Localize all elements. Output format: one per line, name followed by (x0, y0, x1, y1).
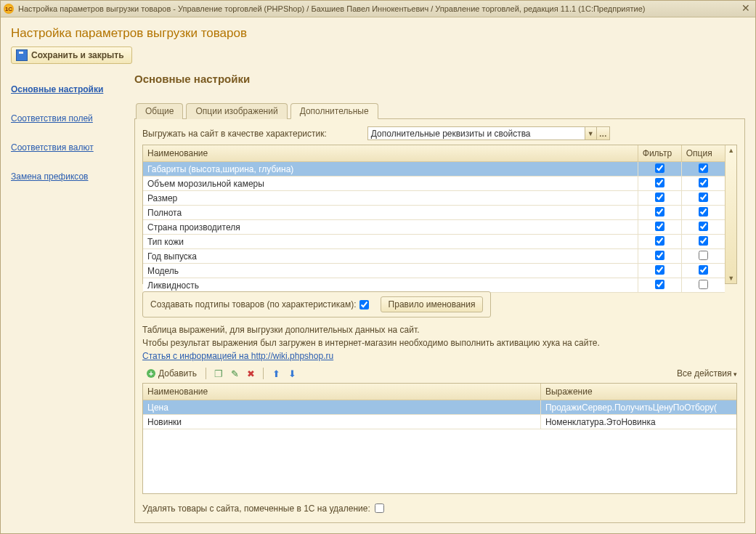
option-checkbox[interactable] (699, 280, 708, 289)
all-actions-menu[interactable]: Все действия (677, 368, 737, 379)
cell-option[interactable] (681, 220, 725, 235)
move-up-icon[interactable]: ⬆ (270, 368, 282, 379)
subtypes-label: Создавать подтипы товаров (по характерис… (150, 299, 357, 310)
filter-checkbox[interactable] (655, 207, 664, 217)
table-row[interactable]: Размер (143, 191, 725, 206)
export-characteristics-select[interactable]: Дополнительные реквизиты и свойства (367, 126, 585, 140)
col-expr-name[interactable]: Наименование (143, 384, 540, 400)
add-button[interactable]: + Добавить (142, 367, 201, 380)
cell-name[interactable]: Размер (143, 191, 638, 206)
filter-checkbox[interactable] (655, 251, 664, 260)
grid-blank-area[interactable] (143, 429, 736, 493)
cell-expr[interactable]: ПродажиСервер.ПолучитьЦенуПоОтбору( (540, 400, 736, 415)
table-row[interactable]: Тип кожи (143, 235, 725, 249)
cell-option[interactable] (681, 191, 725, 206)
tab-image-options[interactable]: Опции изображений (186, 103, 287, 119)
scrollbar[interactable]: ▲ ▼ (725, 145, 736, 283)
option-checkbox[interactable] (699, 178, 708, 187)
cell-name[interactable]: Модель (143, 264, 638, 278)
cell-name[interactable]: Полнота (143, 206, 638, 220)
ellipsis-button[interactable]: … (597, 126, 610, 140)
subtypes-box: Создавать подтипы товаров (по характерис… (142, 291, 491, 317)
table-row[interactable]: Габариты (высота,ширина, глубина) (143, 162, 725, 177)
cell-filter[interactable] (638, 206, 681, 220)
table-row[interactable]: Модель (143, 264, 725, 278)
delete-icon[interactable]: ✖ (245, 368, 256, 379)
col-expr[interactable]: Выражение (540, 384, 736, 400)
filter-checkbox[interactable] (655, 265, 664, 275)
scroll-up-icon[interactable]: ▲ (728, 145, 734, 155)
table-row[interactable]: Страна производителя (143, 220, 725, 235)
content: Настройка параметров выгрузки товаров Со… (1, 17, 755, 533)
copy-icon[interactable]: ❐ (213, 368, 224, 379)
tab-general[interactable]: Общие (136, 103, 183, 119)
option-checkbox[interactable] (699, 222, 708, 231)
filter-checkbox[interactable] (655, 222, 664, 231)
cell-filter[interactable] (638, 191, 681, 206)
cell-option[interactable] (681, 177, 725, 191)
delete-marked-checkbox[interactable] (375, 503, 384, 513)
cell-filter[interactable] (638, 264, 681, 278)
cell-option[interactable] (681, 249, 725, 264)
cell-name[interactable]: Объем морозильной камеры (143, 177, 638, 191)
col-name[interactable]: Наименование (143, 145, 638, 162)
table-row[interactable]: Полнота (143, 206, 725, 220)
filter-checkbox[interactable] (655, 178, 664, 187)
cell-filter[interactable] (638, 278, 681, 293)
sidebar-item-main-settings[interactable]: Основные настройки (11, 84, 134, 94)
option-checkbox[interactable] (699, 251, 708, 260)
save-and-close-button[interactable]: Сохранить и закрыть (11, 46, 132, 64)
table-row[interactable]: Год выпуска (143, 249, 725, 264)
option-checkbox[interactable] (699, 265, 708, 275)
cell-name[interactable]: Габариты (высота,ширина, глубина) (143, 162, 638, 177)
chevron-down-icon[interactable]: ▼ (585, 126, 597, 140)
filter-checkbox[interactable] (655, 163, 664, 173)
cell-name[interactable]: Тип кожи (143, 235, 638, 249)
filter-checkbox[interactable] (655, 236, 664, 246)
cell-name[interactable]: Год выпуска (143, 249, 638, 264)
cell-option[interactable] (681, 264, 725, 278)
cell-filter[interactable] (638, 162, 681, 177)
plus-icon: + (147, 369, 155, 378)
cell-expr-name[interactable]: Новинки (143, 415, 540, 429)
cell-option[interactable] (681, 278, 725, 293)
cell-expr[interactable]: Номенклатура.ЭтоНовинка (540, 415, 736, 429)
cell-name[interactable]: Ликвидность (143, 278, 638, 293)
option-checkbox[interactable] (699, 236, 708, 246)
sidebar-item-field-mapping[interactable]: Соответствия полей (11, 113, 134, 124)
col-filter[interactable]: Фильтр (638, 145, 681, 162)
sidebar-item-currency-mapping[interactable]: Соответствия валют (11, 142, 134, 153)
main: Основные настройки Общие Опции изображен… (134, 71, 745, 523)
cell-name[interactable]: Страна производителя (143, 220, 638, 235)
cell-expr-name[interactable]: Цена (143, 400, 540, 415)
filter-checkbox[interactable] (655, 280, 664, 289)
edit-icon[interactable]: ✎ (229, 368, 240, 379)
close-icon[interactable]: ✕ (739, 3, 752, 15)
option-checkbox[interactable] (699, 193, 708, 202)
move-down-icon[interactable]: ⬇ (286, 368, 298, 379)
option-checkbox[interactable] (699, 163, 708, 173)
scroll-down-icon[interactable]: ▼ (728, 273, 734, 283)
cell-filter[interactable] (638, 249, 681, 264)
naming-rule-button[interactable]: Правило именования (381, 296, 484, 312)
cell-filter[interactable] (638, 220, 681, 235)
cell-option[interactable] (681, 235, 725, 249)
expressions-toolbar: + Добавить ❐ ✎ ✖ ⬆ ⬇ Все действия (142, 367, 737, 380)
subtypes-checkbox[interactable] (359, 300, 369, 310)
cell-filter[interactable] (638, 177, 681, 191)
sidebar-item-prefix-replace[interactable]: Замена префиксов (11, 171, 134, 182)
col-option[interactable]: Опция (681, 145, 725, 162)
table-row[interactable]: ЦенаПродажиСервер.ПолучитьЦенуПоОтбору( (143, 400, 736, 415)
option-checkbox[interactable] (699, 207, 708, 217)
cell-filter[interactable] (638, 235, 681, 249)
table-row[interactable]: НовинкиНоменклатура.ЭтоНовинка (143, 415, 736, 429)
tab-additional[interactable]: Дополнительные (290, 103, 378, 119)
filter-checkbox[interactable] (655, 193, 664, 202)
cell-option[interactable] (681, 206, 725, 220)
cell-option[interactable] (681, 162, 725, 177)
wiki-link[interactable]: Статья с информацией на http://wiki.phps… (142, 351, 737, 361)
table-row[interactable]: Ликвидность (143, 278, 725, 293)
table-row[interactable]: Объем морозильной камеры (143, 177, 725, 191)
save-label: Сохранить и закрыть (31, 50, 124, 60)
characteristics-grid: Наименование Фильтр Опция Габариты (высо… (142, 145, 737, 284)
